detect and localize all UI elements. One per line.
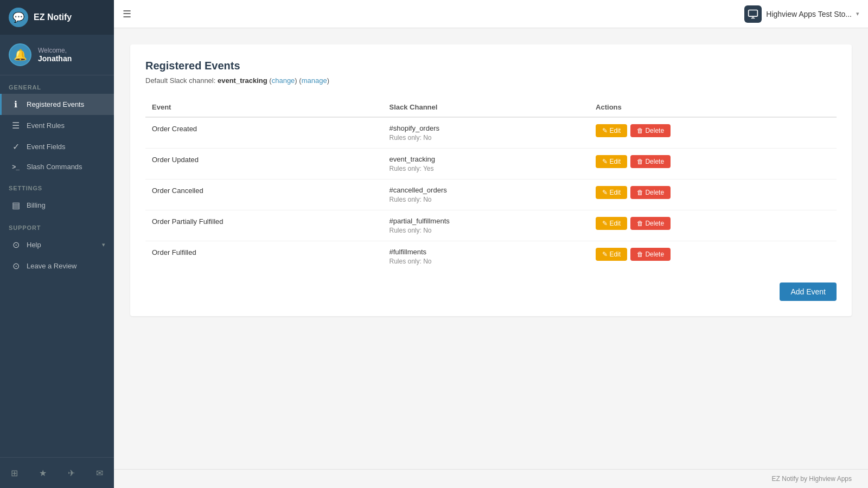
- col-event: Event: [145, 98, 382, 117]
- delete-button[interactable]: 🗑 Delete: [630, 248, 671, 261]
- rules-only: Rules only: No: [389, 134, 583, 142]
- channel-name: #cancelled_orders: [389, 186, 583, 194]
- rules-only: Rules only: Yes: [389, 165, 583, 172]
- table-row: Order Updated event_tracking Rules only:…: [145, 149, 837, 179]
- general-section-label: GENERAL: [0, 75, 114, 94]
- change-link[interactable]: change: [272, 76, 295, 85]
- app-name: EZ Notify: [34, 12, 72, 22]
- check-icon: ✓: [10, 142, 21, 152]
- sidebar-item-slash-commands[interactable]: >_ Slash Commands: [0, 157, 114, 176]
- edit-button[interactable]: ✎ Edit: [596, 248, 627, 261]
- user-profile: 🔔 Welcome, Jonathan: [0, 35, 114, 75]
- review-icon: ⊙: [10, 261, 21, 271]
- delete-button[interactable]: 🗑 Delete: [630, 155, 671, 168]
- sidebar-item-label: Help: [27, 241, 41, 249]
- event-name: Order Fulfilled: [152, 248, 196, 256]
- store-chevron-icon: ▾: [856, 10, 859, 17]
- main-area: ☰ Highview Apps Test Sto... ▾ Registered…: [114, 0, 868, 488]
- default-channel-info: Default Slack channel: event_tracking (c…: [145, 76, 837, 85]
- list-icon: ☰: [10, 120, 21, 131]
- billing-icon: ▤: [10, 200, 21, 210]
- manage-link[interactable]: manage: [302, 76, 327, 85]
- sidebar-item-label: Slash Commands: [27, 163, 82, 171]
- col-actions: Actions: [589, 98, 837, 117]
- events-table: Event Slack Channel Actions Order Create…: [145, 98, 837, 272]
- edit-button[interactable]: ✎ Edit: [596, 186, 627, 199]
- footer-rocket-icon[interactable]: ✈: [61, 463, 81, 483]
- event-name: Order Cancelled: [152, 187, 203, 195]
- sidebar-item-billing[interactable]: ▤ Billing: [0, 195, 114, 216]
- hamburger-icon[interactable]: ☰: [123, 8, 131, 20]
- edit-button[interactable]: ✎ Edit: [596, 124, 627, 137]
- slash-icon: >_: [10, 163, 21, 171]
- sidebar-footer: ⊞ ★ ✈ ✉: [0, 457, 114, 488]
- sidebar-item-label: Event Rules: [27, 121, 65, 130]
- add-event-button[interactable]: Add Event: [780, 282, 837, 301]
- sidebar-header: 💬 EZ Notify: [0, 0, 114, 35]
- default-channel-label: Default Slack channel:: [145, 76, 215, 85]
- channel-name: #partial_fulfillments: [389, 217, 583, 225]
- sidebar-item-label: Registered Events: [27, 100, 84, 108]
- table-row: Order Fulfilled #fulfillments Rules only…: [145, 241, 837, 272]
- rules-only: Rules only: No: [389, 258, 583, 265]
- chevron-down-icon: ▾: [102, 241, 105, 248]
- footer-text: EZ Notify by Highview Apps: [772, 475, 852, 483]
- sidebar-item-registered-events[interactable]: ℹ Registered Events: [0, 94, 114, 115]
- sidebar-item-help[interactable]: ⊙ Help ▾: [0, 234, 114, 255]
- sidebar-item-event-fields[interactable]: ✓ Event Fields: [0, 136, 114, 157]
- footer-mail-icon[interactable]: ✉: [90, 463, 110, 483]
- page-footer: EZ Notify by Highview Apps: [114, 469, 868, 488]
- event-name: Order Updated: [152, 156, 199, 164]
- edit-button[interactable]: ✎ Edit: [596, 155, 627, 168]
- page-card: Registered Events Default Slack channel:…: [130, 44, 852, 316]
- svg-rect-0: [749, 10, 758, 16]
- info-icon: ℹ: [10, 99, 21, 110]
- channel-name: #shopify_orders: [389, 124, 583, 132]
- help-icon: ⊙: [10, 240, 21, 250]
- table-row: Order Created #shopify_orders Rules only…: [145, 117, 837, 149]
- settings-section-label: SETTINGS: [0, 176, 114, 195]
- sidebar-item-leave-review[interactable]: ⊙ Leave a Review: [0, 255, 114, 277]
- event-name: Order Created: [152, 125, 197, 133]
- edit-button[interactable]: ✎ Edit: [596, 217, 627, 230]
- user-info: Welcome, Jonathan: [38, 47, 72, 63]
- table-row: Order Partially Fulfilled #partial_fulfi…: [145, 210, 837, 241]
- sidebar-item-label: Event Fields: [27, 143, 66, 151]
- default-channel-name: event_tracking: [218, 76, 267, 85]
- sidebar-item-event-rules[interactable]: ☰ Event Rules: [0, 115, 114, 136]
- add-event-row: Add Event: [145, 282, 837, 301]
- store-name[interactable]: Highview Apps Test Sto...: [766, 10, 852, 18]
- page-title: Registered Events: [145, 60, 837, 72]
- delete-button[interactable]: 🗑 Delete: [630, 217, 671, 230]
- welcome-text: Welcome,: [38, 47, 72, 54]
- user-name: Jonathan: [38, 54, 72, 63]
- col-slack-channel: Slack Channel: [382, 98, 589, 117]
- channel-name: #fulfillments: [389, 248, 583, 256]
- footer-star-icon[interactable]: ★: [33, 463, 53, 483]
- sidebar: 💬 EZ Notify 🔔 Welcome, Jonathan GENERAL …: [0, 0, 114, 488]
- sidebar-item-label: Leave a Review: [27, 262, 77, 270]
- rules-only: Rules only: No: [389, 227, 583, 234]
- event-name: Order Partially Fulfilled: [152, 217, 224, 226]
- footer-apps-icon[interactable]: ⊞: [4, 463, 24, 483]
- topbar-left: ☰: [123, 8, 131, 20]
- delete-button[interactable]: 🗑 Delete: [630, 124, 671, 137]
- delete-button[interactable]: 🗑 Delete: [630, 186, 671, 199]
- store-avatar: [744, 5, 762, 23]
- rules-only: Rules only: No: [389, 196, 583, 203]
- channel-name: event_tracking: [389, 155, 583, 163]
- sidebar-item-label: Billing: [27, 201, 46, 209]
- topbar: ☰ Highview Apps Test Sto... ▾: [114, 0, 868, 28]
- app-logo-icon: 💬: [9, 8, 28, 27]
- support-section-label: SUPPORT: [0, 216, 114, 234]
- table-row: Order Cancelled #cancelled_orders Rules …: [145, 179, 837, 210]
- topbar-right: Highview Apps Test Sto... ▾: [744, 5, 859, 23]
- avatar: 🔔: [9, 43, 31, 66]
- content: Registered Events Default Slack channel:…: [114, 28, 868, 469]
